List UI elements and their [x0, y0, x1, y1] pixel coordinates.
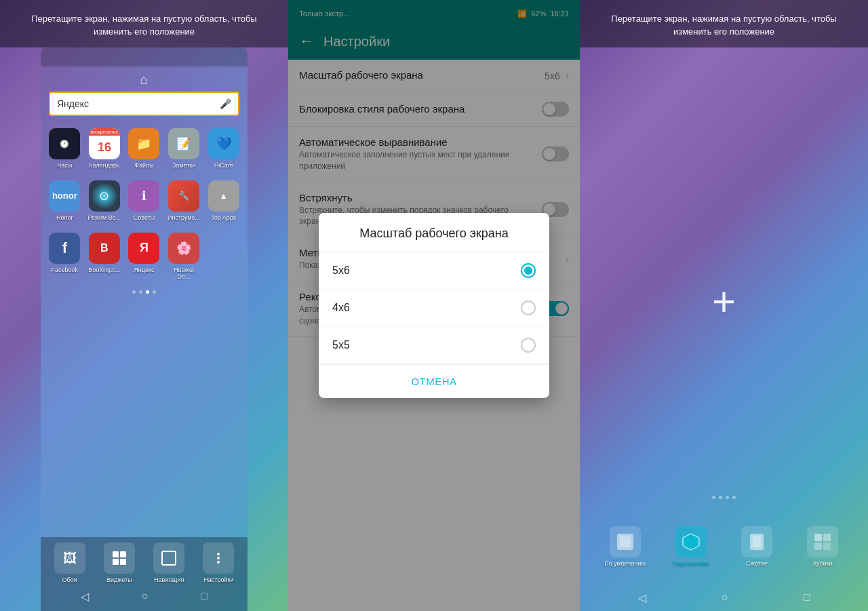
- svg-rect-1: [120, 551, 126, 557]
- tips-icon: ℹ: [128, 180, 159, 212]
- left-drag-text: Перетащите экран, нажимая на пустую обла…: [31, 14, 256, 37]
- right-dot-4: [732, 496, 736, 499]
- nav-home-right[interactable]: ○: [722, 591, 728, 604]
- svg-rect-16: [823, 543, 831, 550]
- app-calendar[interactable]: воскресенье 16 Календарь: [86, 125, 123, 172]
- app-mode[interactable]: ⊙ Режим Ве...: [86, 178, 123, 224]
- dialog-option-5x5-label: 5x5: [332, 339, 350, 351]
- wallpaper-icon: 🖼: [54, 543, 85, 574]
- right-dot-1: [712, 496, 715, 499]
- effect-perspective-label: Перспектива: [673, 560, 709, 567]
- svg-marker-10: [683, 534, 699, 550]
- right-dot-3: [726, 496, 729, 499]
- dialog-title: Масштаб рабочего экрана: [319, 213, 549, 252]
- app-tips-label: Советы: [134, 214, 155, 222]
- bottom-nav-bar: 🖼 Обои Виджеты: [41, 537, 248, 611]
- nav-recent-left[interactable]: □: [201, 590, 208, 603]
- mic-icon: 🎤: [220, 98, 231, 109]
- dialog-option-5x5[interactable]: 5x5: [319, 327, 549, 364]
- effect-perspective[interactable]: Перспектива: [659, 526, 722, 567]
- effect-squeeze[interactable]: Сжатие: [726, 526, 789, 567]
- add-screen-button[interactable]: +: [712, 277, 736, 324]
- app-notes[interactable]: 📝 Заметки: [165, 125, 203, 172]
- topapps-icon: ▲: [208, 180, 239, 212]
- app-notes-label: Заметки: [172, 162, 195, 170]
- nav-back-left[interactable]: ◁: [81, 590, 89, 603]
- nav-buttons-left: ◁ ○ □: [41, 583, 248, 608]
- dialog-backdrop[interactable]: Масштаб рабочего экрана 5x6 4x6 5x5 ОТМЕ…: [288, 0, 580, 611]
- app-clock[interactable]: 🕐 Часы: [46, 125, 83, 172]
- app-huawei[interactable]: 🌸 Huawei De...: [165, 230, 203, 284]
- app-booking-label: Booking.c...: [88, 267, 120, 274]
- radio-4x6[interactable]: [521, 300, 536, 315]
- app-yandex[interactable]: Я Яндекс: [125, 230, 163, 284]
- nav-home-left[interactable]: ○: [142, 590, 149, 603]
- middle-panel: Только экстр... 📶 62% 16:21 ← Настройки …: [288, 0, 580, 611]
- app-yandex-label: Яндекс: [134, 267, 154, 274]
- nav-recent-right[interactable]: □: [804, 591, 810, 604]
- right-drag-text: Перетащите экран, нажимая на пустую обла…: [611, 14, 836, 37]
- dialog-option-4x6-label: 4x6: [332, 302, 350, 314]
- app-clock-label: Часы: [57, 162, 72, 170]
- bottom-wallpaper[interactable]: 🖼 Обои: [46, 543, 93, 583]
- svg-point-7: [217, 561, 220, 564]
- dialog-cancel-button[interactable]: ОТМЕНА: [319, 364, 549, 398]
- widgets-icon: [104, 543, 135, 574]
- app-topapps[interactable]: ▲ Top Apps: [205, 178, 242, 224]
- hicare-icon: 💙: [208, 128, 239, 159]
- radio-5x5[interactable]: [521, 338, 536, 353]
- app-facebook[interactable]: f Facebook: [46, 230, 83, 284]
- left-status-bar: [41, 47, 248, 66]
- yandex-icon: Я: [128, 233, 159, 264]
- bottom-settings[interactable]: Настройки: [195, 543, 242, 583]
- page-dots: [41, 286, 248, 298]
- clock-face: 🕐: [49, 128, 80, 159]
- effect-cubes[interactable]: Кубики: [791, 526, 854, 567]
- dot-1: [132, 290, 136, 294]
- radio-5x6[interactable]: [521, 263, 536, 278]
- honor-icon: honor: [49, 180, 80, 212]
- right-dots: [580, 496, 868, 499]
- nav-back-right[interactable]: ◁: [638, 591, 646, 604]
- app-mode-label: Режим Ве...: [88, 214, 121, 222]
- svg-rect-3: [120, 559, 126, 565]
- app-hicare[interactable]: 💙 HiCare: [205, 125, 242, 172]
- app-tools[interactable]: 🔧 Инструме...: [165, 178, 203, 224]
- dialog-option-5x6[interactable]: 5x6: [319, 252, 549, 290]
- svg-rect-13: [814, 534, 822, 541]
- svg-point-6: [217, 557, 220, 559]
- navigation-label: Навигация: [154, 576, 184, 583]
- notes-icon: 📝: [168, 128, 199, 159]
- bottom-widgets[interactable]: Виджеты: [96, 543, 142, 583]
- svg-rect-15: [814, 543, 822, 550]
- settings-bottom-label: Настройки: [203, 576, 233, 583]
- search-bar[interactable]: Яндекс 🎤: [49, 92, 239, 116]
- svg-point-5: [217, 553, 220, 555]
- dialog-option-5x6-label: 5x6: [332, 264, 350, 277]
- right-drag-hint: Перетащите экран, нажимая на пустую обла…: [580, 0, 868, 47]
- wallpaper-label: Обои: [62, 576, 77, 583]
- bottom-navigation[interactable]: Навигация: [146, 543, 193, 583]
- effect-default-icon: [610, 526, 641, 557]
- right-nav-buttons: ◁ ○ □: [580, 591, 868, 604]
- app-huawei-label: Huawei De...: [167, 267, 201, 281]
- svg-rect-2: [113, 559, 119, 565]
- dot-2: [139, 290, 142, 294]
- effect-default[interactable]: По умолчанию: [593, 526, 656, 567]
- right-panel: Перетащите экран, нажимая на пустую обла…: [580, 0, 868, 611]
- app-empty: [205, 230, 242, 284]
- left-drag-hint: Перетащите экран, нажимая на пустую обла…: [0, 0, 288, 47]
- widgets-label: Виджеты: [106, 576, 132, 583]
- app-files[interactable]: 📁 Файлы: [125, 125, 163, 172]
- facebook-icon: f: [49, 233, 80, 264]
- app-facebook-label: Facebook: [52, 267, 79, 274]
- home-icon: ⌂: [140, 72, 148, 87]
- app-booking[interactable]: B Booking.c...: [86, 230, 123, 284]
- svg-rect-4: [162, 551, 176, 565]
- app-files-label: Файлы: [134, 162, 154, 170]
- app-honor[interactable]: honor Honor: [46, 178, 83, 224]
- dialog-option-4x6[interactable]: 4x6: [319, 290, 549, 327]
- search-bar-wrap[interactable]: Яндекс 🎤: [41, 92, 248, 123]
- apps-row2: honor Honor ⊙ Режим Ве... ℹ Советы 🔧 Инс…: [41, 175, 248, 227]
- app-tips[interactable]: ℹ Советы: [125, 178, 163, 224]
